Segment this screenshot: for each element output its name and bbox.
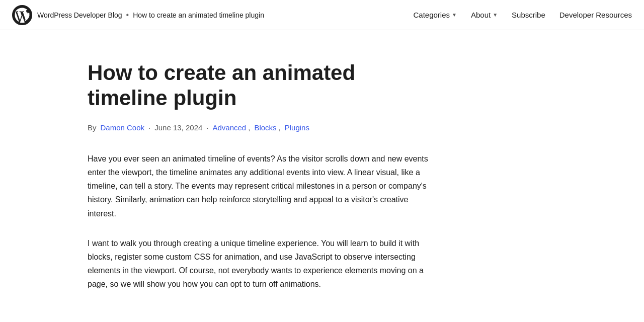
site-header: WordPress Developer Blog • How to create… bbox=[0, 0, 644, 30]
breadcrumb-separator: • bbox=[126, 11, 129, 20]
article-categories: Advanced, Blocks, Plugins bbox=[213, 123, 309, 132]
breadcrumb-current: How to create an animated timeline plugi… bbox=[133, 11, 264, 19]
category-plugins[interactable]: Plugins bbox=[285, 123, 309, 132]
nav-subscribe[interactable]: Subscribe bbox=[512, 11, 545, 19]
meta-cat-separator: · bbox=[206, 123, 208, 132]
nav-categories-label: Categories bbox=[413, 11, 450, 19]
nav-about[interactable]: About ▼ bbox=[471, 11, 498, 19]
article-paragraph-2: I want to walk you through creating a un… bbox=[88, 236, 430, 291]
article-header: How to create an animated timeline plugi… bbox=[88, 60, 556, 132]
by-label: By bbox=[88, 123, 97, 132]
nav-developer-resources-label: Developer Resources bbox=[559, 11, 632, 19]
article-date: June 13, 2024 bbox=[154, 123, 202, 132]
author-link[interactable]: Damon Cook bbox=[101, 123, 145, 132]
article-body: Have you ever seen an animated timeline … bbox=[88, 152, 556, 291]
nav-subscribe-label: Subscribe bbox=[512, 11, 545, 19]
wordpress-logo-icon[interactable] bbox=[12, 5, 32, 25]
chevron-down-icon: ▼ bbox=[452, 12, 457, 18]
header-left: WordPress Developer Blog • How to create… bbox=[12, 5, 264, 25]
category-advanced[interactable]: Advanced bbox=[213, 123, 247, 132]
article: How to create an animated timeline plugi… bbox=[88, 60, 556, 291]
meta-date-separator: · bbox=[148, 123, 150, 132]
article-title: How to create an animated timeline plugi… bbox=[88, 60, 440, 111]
main-content: How to create an animated timeline plugi… bbox=[75, 30, 569, 322]
category-blocks[interactable]: Blocks bbox=[254, 123, 276, 132]
nav-developer-resources[interactable]: Developer Resources bbox=[559, 11, 632, 19]
breadcrumb: WordPress Developer Blog • How to create… bbox=[37, 11, 264, 20]
article-paragraph-1: Have you ever seen an animated timeline … bbox=[88, 152, 430, 220]
main-nav: Categories ▼ About ▼ Subscribe Developer… bbox=[413, 11, 632, 19]
chevron-down-icon: ▼ bbox=[493, 12, 498, 18]
nav-about-label: About bbox=[471, 11, 491, 19]
breadcrumb-home[interactable]: WordPress Developer Blog bbox=[37, 11, 122, 19]
article-meta: By Damon Cook · June 13, 2024 · Advanced… bbox=[88, 123, 556, 132]
nav-categories[interactable]: Categories ▼ bbox=[413, 11, 456, 19]
